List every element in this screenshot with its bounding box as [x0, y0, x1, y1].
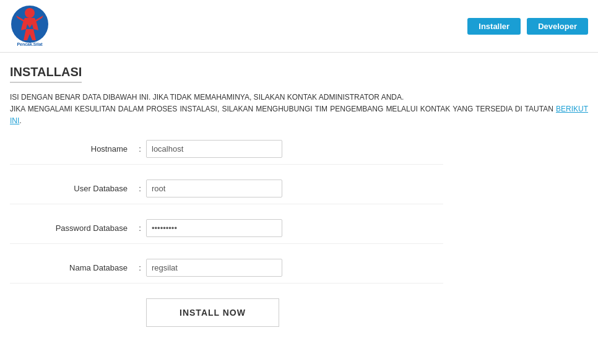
password-db-row: Password Database :	[10, 219, 443, 244]
pencaksilat-logo: Pencak.Silat	[10, 4, 50, 48]
developer-button[interactable]: Developer	[527, 18, 588, 35]
svg-point-1	[25, 8, 35, 18]
main-content: INSTALLASI ISI DENGAN BENAR DATA DIBAWAH…	[0, 53, 598, 339]
user-db-label: User Database	[10, 184, 134, 193]
description-line1: ISI DENGAN BENAR DATA DIBAWAH INI. JIKA …	[10, 93, 404, 102]
hostname-label: Hostname	[10, 144, 134, 154]
password-db-label: Password Database	[10, 223, 134, 233]
nama-db-row: Nama Database :	[10, 259, 443, 284]
header: Pencak.Silat Installer Developer	[0, 0, 598, 53]
user-db-colon: :	[134, 184, 146, 193]
nama-db-label: Nama Database	[10, 263, 134, 272]
description-period: .	[19, 116, 21, 125]
description-line2: JIKA MENGALAMI KESULITAN DALAM PROSES IN…	[10, 105, 553, 113]
nama-db-colon: :	[134, 263, 146, 272]
install-now-button[interactable]: INSTALL NOW	[146, 298, 279, 327]
hostname-input[interactable]	[146, 140, 282, 158]
installer-button[interactable]: Installer	[467, 18, 521, 35]
user-db-row: User Database :	[10, 180, 443, 204]
svg-text:Pencak.Silat: Pencak.Silat	[17, 42, 43, 46]
nama-db-input[interactable]	[146, 259, 282, 277]
description-text: ISI DENGAN BENAR DATA DIBAWAH INI. JIKA …	[10, 92, 588, 128]
hostname-row: Hostname :	[10, 140, 443, 165]
header-buttons: Installer Developer	[467, 18, 588, 35]
install-form: Hostname : User Database : Password Data…	[10, 140, 443, 327]
password-db-colon: :	[134, 223, 146, 233]
user-db-input[interactable]	[146, 180, 282, 197]
page-title: INSTALLASI	[10, 65, 82, 83]
password-db-input[interactable]	[146, 219, 282, 237]
hostname-colon: :	[134, 144, 146, 154]
logo-area: Pencak.Silat	[10, 4, 50, 48]
